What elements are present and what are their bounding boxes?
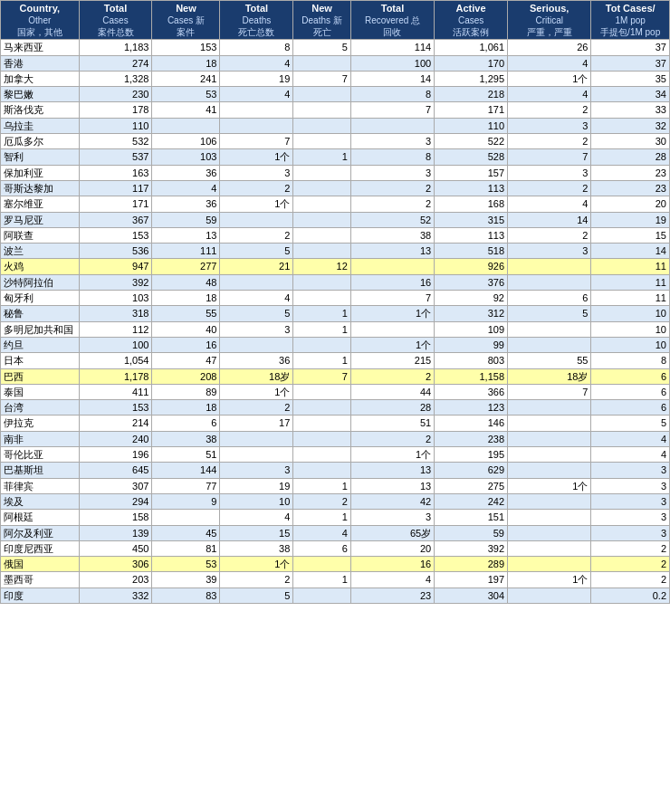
data-cell: 6 (508, 291, 591, 306)
data-cell (508, 400, 591, 416)
table-row: 罗马尼亚36759523151419 (1, 212, 670, 227)
table-row: 多明尼加共和国112403110910 (1, 321, 670, 337)
table-row: 巴基斯坦6451443136293 (1, 463, 670, 478)
table-row: 阿联查15313238113215 (1, 227, 670, 243)
data-cell: 37 (591, 55, 670, 71)
data-cell: 146 (435, 416, 508, 431)
country-cell: 台湾 (1, 400, 80, 416)
data-cell: 274 (79, 55, 152, 71)
data-cell: 1个 (220, 384, 293, 399)
data-cell: 1 (293, 149, 351, 165)
data-cell: 112 (79, 321, 152, 337)
data-cell: 5 (220, 588, 293, 603)
data-cell: 15 (220, 525, 293, 540)
table-row: 匈牙利103184792611 (1, 291, 670, 306)
data-cell: 21 (220, 259, 293, 274)
data-cell: 39 (152, 572, 220, 588)
country-cell: 埃及 (1, 493, 80, 509)
data-cell (293, 87, 351, 102)
data-cell: 926 (435, 259, 508, 274)
data-cell: 2 (350, 196, 434, 212)
table-row: 墨西哥203392141971个2 (1, 572, 670, 588)
data-cell (293, 463, 351, 478)
data-cell: 110 (79, 118, 152, 133)
data-cell: 537 (79, 149, 152, 165)
data-cell: 1个 (350, 306, 434, 321)
table-row: 塞尔维亚171361个2168420 (1, 196, 670, 212)
data-cell: 1,158 (435, 368, 508, 384)
data-cell: 366 (435, 384, 508, 399)
data-cell (220, 274, 293, 290)
data-cell: 3 (591, 525, 670, 540)
country-cell: 约旦 (1, 337, 80, 352)
data-cell: 103 (152, 149, 220, 165)
data-cell: 536 (79, 244, 152, 259)
table-row: 马来西亚1,183153851141,0612637 (1, 40, 670, 55)
data-cell: 158 (79, 510, 152, 525)
data-cell: 144 (152, 463, 220, 478)
data-cell: 2 (591, 557, 670, 572)
data-cell: 3 (591, 510, 670, 525)
data-cell: 23 (591, 165, 670, 180)
data-cell (220, 102, 293, 118)
col-header-per-million: Tot Cases/ 1M pop 手提包/1M pop (591, 1, 670, 40)
country-cell: 保加利亚 (1, 165, 80, 180)
data-cell: 17 (220, 416, 293, 431)
data-cell: 19 (591, 212, 670, 227)
country-cell: 塞尔维亚 (1, 196, 80, 212)
col-header-country-sub1: Other (4, 14, 76, 26)
data-cell: 2 (350, 180, 434, 196)
data-cell: 197 (435, 572, 508, 588)
data-cell: 1 (293, 353, 351, 368)
data-cell: 2 (591, 572, 670, 588)
data-cell: 3 (220, 321, 293, 337)
data-cell: 170 (435, 55, 508, 71)
col-header-rec-sub2: 回收 (354, 26, 431, 38)
data-cell (293, 291, 351, 306)
data-cell: 100 (350, 55, 434, 71)
data-cell (293, 337, 351, 352)
data-cell: 151 (435, 510, 508, 525)
data-cell: 113 (435, 180, 508, 196)
data-cell: 38 (152, 431, 220, 446)
data-cell: 196 (79, 447, 152, 463)
data-cell: 26 (508, 40, 591, 55)
data-cell: 3 (350, 510, 434, 525)
data-cell: 1个 (220, 149, 293, 165)
data-cell (508, 557, 591, 572)
data-cell: 153 (152, 40, 220, 55)
data-cell: 23 (591, 180, 670, 196)
col-header-country: Country, Other 国家，其他 (1, 1, 80, 40)
country-cell: 马来西亚 (1, 40, 80, 55)
data-cell (293, 274, 351, 290)
col-header-rec-sub1: Recovered 总 (354, 14, 431, 26)
data-cell: 1个 (220, 557, 293, 572)
data-cell: 16 (350, 274, 434, 290)
data-cell (293, 431, 351, 446)
country-cell: 印度 (1, 588, 80, 603)
data-cell: 59 (435, 525, 508, 540)
country-cell: 墨西哥 (1, 572, 80, 588)
data-cell: 18 (152, 400, 220, 416)
table-row: 日本1,05447361215803558 (1, 353, 670, 368)
col-header-active: Active Cases 活跃案例 (435, 1, 508, 40)
data-cell: 2 (293, 493, 351, 509)
country-cell: 南非 (1, 431, 80, 446)
data-cell: 294 (79, 493, 152, 509)
data-cell: 65岁 (350, 525, 434, 540)
data-cell (508, 259, 591, 274)
data-cell: 3 (591, 478, 670, 493)
country-cell: 哥伦比亚 (1, 447, 80, 463)
data-cell: 20 (591, 196, 670, 212)
data-cell (293, 134, 351, 149)
country-cell: 菲律宾 (1, 478, 80, 493)
table-row: 伊拉克214617511465 (1, 416, 670, 431)
data-cell (220, 431, 293, 446)
data-cell: 8 (350, 149, 434, 165)
data-cell (220, 212, 293, 227)
col-header-pm-main: Tot Cases/ (606, 3, 656, 14)
data-cell (293, 244, 351, 259)
data-cell: 42 (350, 493, 434, 509)
data-cell (293, 212, 351, 227)
data-cell: 392 (79, 274, 152, 290)
